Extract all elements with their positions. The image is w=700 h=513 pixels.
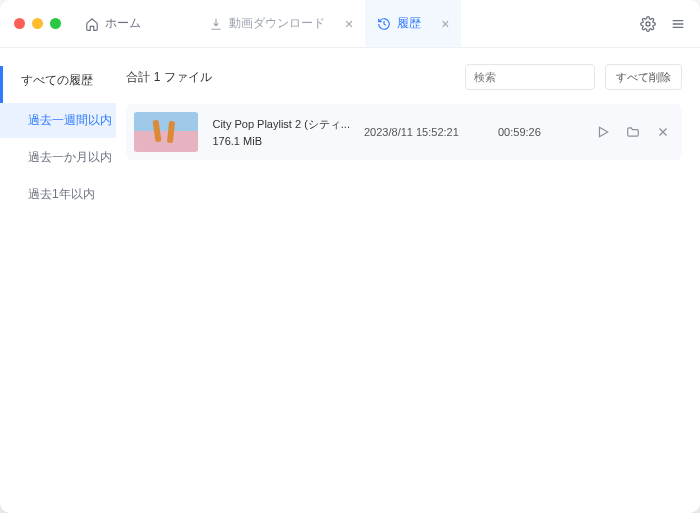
tab-label: 履歴 bbox=[397, 15, 421, 32]
app-window: ホーム 動画ダウンロード × 履歴 × すべての履歴 過去一週間 bbox=[0, 0, 700, 513]
row-duration: 00:59:26 bbox=[498, 126, 568, 138]
sidebar-items: 過去一週間以内 過去一か月以内 過去1年以内 bbox=[0, 103, 116, 212]
home-icon bbox=[85, 17, 99, 31]
row-title: City Pop Playlist 2 (シティ... bbox=[212, 117, 350, 132]
download-icon bbox=[209, 17, 223, 31]
sidebar-title: すべての履歴 bbox=[0, 66, 116, 103]
tab-label: 動画ダウンロード bbox=[229, 15, 325, 32]
row-size: 176.1 MiB bbox=[212, 135, 350, 147]
sidebar-item-label: 過去一週間以内 bbox=[28, 113, 112, 127]
folder-icon[interactable] bbox=[626, 125, 640, 139]
close-window-button[interactable] bbox=[14, 18, 25, 29]
search-box[interactable] bbox=[465, 64, 595, 90]
home-label: ホーム bbox=[105, 15, 141, 32]
main: 合計 1 ファイル すべて削除 City Pop Playlist 2 (シティ… bbox=[116, 48, 700, 513]
history-row: City Pop Playlist 2 (シティ... 176.1 MiB 20… bbox=[126, 104, 682, 160]
window-controls bbox=[14, 18, 61, 29]
title-actions bbox=[640, 16, 686, 32]
tab-history[interactable]: 履歴 × bbox=[365, 0, 461, 47]
sidebar-item-month[interactable]: 過去一か月以内 bbox=[0, 140, 116, 175]
sidebar-item-label: 過去1年以内 bbox=[28, 187, 95, 201]
thumbnail[interactable] bbox=[134, 112, 198, 152]
delete-icon[interactable] bbox=[656, 125, 670, 139]
topbar: 合計 1 ファイル すべて削除 bbox=[126, 64, 682, 90]
home-button[interactable]: ホーム bbox=[77, 11, 149, 36]
body: すべての履歴 過去一週間以内 過去一か月以内 過去1年以内 合計 1 ファイル bbox=[0, 48, 700, 513]
minimize-window-button[interactable] bbox=[32, 18, 43, 29]
clear-all-button[interactable]: すべて削除 bbox=[605, 64, 682, 90]
svg-point-0 bbox=[646, 22, 650, 26]
tabs: 動画ダウンロード × 履歴 × bbox=[197, 0, 461, 47]
sidebar: すべての履歴 過去一週間以内 過去一か月以内 過去1年以内 bbox=[0, 48, 116, 513]
history-icon bbox=[377, 17, 391, 31]
sidebar-item-label: 過去一か月以内 bbox=[28, 150, 112, 164]
sidebar-item-year[interactable]: 過去1年以内 bbox=[0, 177, 116, 212]
play-icon[interactable] bbox=[596, 125, 610, 139]
settings-icon[interactable] bbox=[640, 16, 656, 32]
tab-close-button[interactable]: × bbox=[441, 17, 449, 31]
tab-close-button[interactable]: × bbox=[345, 17, 353, 31]
titlebar: ホーム 動画ダウンロード × 履歴 × bbox=[0, 0, 700, 48]
row-info: City Pop Playlist 2 (シティ... 176.1 MiB bbox=[212, 117, 350, 147]
row-date: 2023/8/11 15:52:21 bbox=[364, 126, 484, 138]
svg-marker-6 bbox=[600, 127, 608, 136]
maximize-window-button[interactable] bbox=[50, 18, 61, 29]
search-input[interactable] bbox=[474, 71, 612, 83]
row-actions bbox=[596, 125, 670, 139]
menu-icon[interactable] bbox=[670, 16, 686, 32]
total-count: 合計 1 ファイル bbox=[126, 69, 455, 86]
sidebar-item-week[interactable]: 過去一週間以内 bbox=[0, 103, 116, 138]
tab-download[interactable]: 動画ダウンロード × bbox=[197, 0, 365, 47]
